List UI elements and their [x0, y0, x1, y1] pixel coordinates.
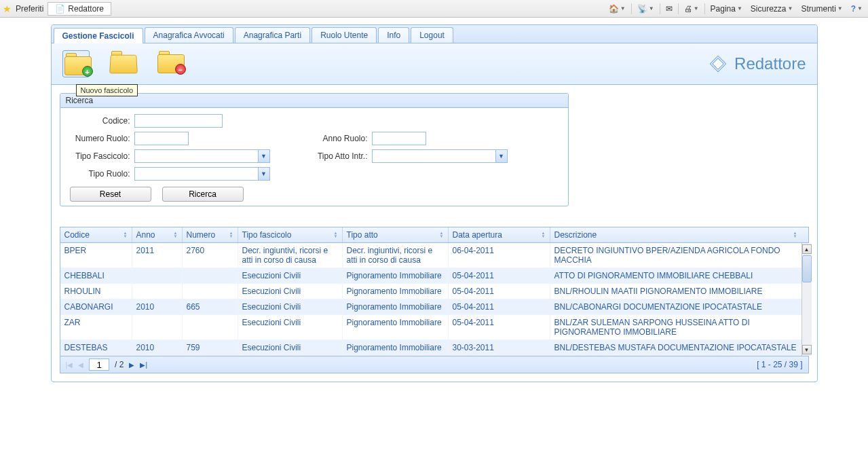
- browser-toolbar: ★ Preferiti 📄 Redattore 🏠▼ 📡▼ ✉ 🖨▼ Pagin…: [0, 0, 868, 18]
- tooltip: Nuovo fascicolo: [76, 84, 138, 96]
- table-cell: Pignoramento Immobiliare: [343, 315, 449, 339]
- table-cell: 665: [183, 299, 238, 314]
- tab-anagrafica-avvocati[interactable]: Anagrafica Avvocati: [145, 27, 233, 43]
- table-cell: Esecuzioni Civili: [238, 284, 343, 299]
- tab-info[interactable]: Info: [378, 27, 409, 43]
- browser-tab[interactable]: 📄 Redattore: [48, 2, 111, 16]
- table-cell: 2010: [132, 299, 183, 314]
- tipo-ruolo-trigger[interactable]: ▼: [258, 167, 270, 181]
- scroll-thumb[interactable]: [802, 255, 812, 282]
- pager-range: [ 1 - 25 / 39 ]: [757, 360, 802, 369]
- table-cell: [183, 315, 238, 339]
- tipo-fascicolo-trigger[interactable]: ▼: [258, 149, 270, 163]
- table-cell: 2011: [132, 243, 183, 268]
- app-logo-icon: [709, 54, 728, 73]
- codice-input[interactable]: [134, 114, 223, 128]
- numero-ruolo-input[interactable]: [134, 132, 189, 145]
- browser-tab-title: Redattore: [68, 4, 104, 14]
- table-row[interactable]: CABONARGI2010665Esecuzioni CiviliPignora…: [60, 299, 801, 315]
- table-cell: Decr. ingiuntivi, ricorsi e atti in cors…: [343, 243, 449, 268]
- tab-gestione-fascicoli[interactable]: Gestione Fascicoli: [54, 28, 143, 43]
- delete-fascicolo-button[interactable]: −: [157, 50, 185, 77]
- grid-pager: |◀ ◀ / 2 ▶ ▶| [ 1 - 25 / 39 ]: [60, 356, 808, 373]
- anno-ruolo-label: Anno Ruolo:: [304, 134, 372, 143]
- pager-page-input[interactable]: [89, 358, 109, 371]
- table-cell: Pignoramento Immobiliare: [343, 340, 449, 355]
- mail-icon[interactable]: ✉: [663, 4, 675, 14]
- col-tipo-fascicolo[interactable]: Tipo fascicolo▲▼: [238, 227, 343, 242]
- favorites-label[interactable]: Preferiti: [16, 4, 43, 14]
- table-cell: BNL/DESTEBAS MUSTAFA DOCUMENTAZIONE IPOC…: [550, 340, 801, 355]
- table-row[interactable]: DESTEBAS2010759Esecuzioni CiviliPignoram…: [60, 340, 801, 356]
- table-cell: [132, 284, 183, 299]
- tab-ruolo-utente[interactable]: Ruolo Utente: [312, 27, 377, 43]
- tipo-ruolo-combo[interactable]: [134, 167, 258, 181]
- home-icon[interactable]: 🏠▼: [606, 4, 628, 14]
- pager-prev[interactable]: ◀: [78, 361, 83, 369]
- table-cell: [132, 268, 183, 283]
- new-fascicolo-button[interactable]: +: [62, 50, 90, 77]
- table-cell: Esecuzioni Civili: [238, 268, 343, 283]
- col-data-apertura[interactable]: Data apertura▲▼: [449, 227, 550, 242]
- tab-anagrafica-parti[interactable]: Anagrafica Parti: [235, 27, 310, 43]
- open-fascicolo-button[interactable]: [110, 50, 137, 77]
- pager-first[interactable]: |◀: [66, 361, 73, 369]
- anno-ruolo-input[interactable]: [372, 132, 426, 145]
- rss-icon[interactable]: 📡▼: [635, 4, 657, 14]
- search-panel: Ricerca Codice: Numero Ruolo: Anno Ruolo…: [60, 93, 569, 206]
- table-cell: 30-03-2011: [449, 340, 550, 355]
- table-cell: Esecuzioni Civili: [238, 299, 343, 314]
- table-cell: 05-04-2011: [449, 284, 550, 299]
- table-cell: Decr. ingiuntivi, ricorsi e atti in cors…: [238, 243, 343, 268]
- tab-logout[interactable]: Logout: [411, 27, 453, 43]
- app-title-text: Redattore: [734, 54, 806, 73]
- scroll-up-button[interactable]: ▲: [802, 244, 812, 254]
- ricerca-button[interactable]: Ricerca: [162, 187, 244, 202]
- print-icon[interactable]: 🖨▼: [681, 4, 702, 14]
- table-cell: BNL/ZAR SULEMAN SARPONG HUSSEINA ATTO DI…: [550, 315, 801, 339]
- codice-label: Codice:: [67, 116, 134, 126]
- tipo-atto-trigger[interactable]: ▼: [495, 149, 508, 163]
- table-cell: 05-04-2011: [449, 299, 550, 314]
- table-cell: CABONARGI: [60, 299, 132, 314]
- table-cell: [183, 268, 238, 283]
- pager-last[interactable]: ▶|: [140, 361, 147, 369]
- pager-next[interactable]: ▶: [129, 361, 134, 369]
- table-cell: Pignoramento Immobiliare: [343, 299, 449, 314]
- table-cell: ATTO DI PIGNORAMENTO IMMOBILIARE CHEBBAL…: [550, 268, 801, 283]
- col-codice[interactable]: Codice▲▼: [60, 227, 132, 242]
- minus-badge-icon: −: [175, 64, 186, 75]
- table-cell: 05-04-2011: [449, 268, 550, 283]
- table-cell: 759: [183, 340, 238, 355]
- pager-total: / 2: [115, 360, 124, 369]
- table-cell: CHEBBALI: [60, 268, 132, 283]
- table-cell: BPER: [60, 243, 132, 268]
- menu-strumenti[interactable]: Strumenti▼: [798, 4, 845, 14]
- menu-sicurezza[interactable]: Sicurezza▼: [748, 4, 796, 14]
- table-cell: BNL/RHOULIN MAATII PIGNORAMENTO IMMOBILI…: [550, 284, 801, 299]
- tipo-ruolo-label: Tipo Ruolo:: [67, 169, 134, 179]
- col-numero[interactable]: Numero▲▼: [183, 227, 238, 242]
- table-cell: [132, 315, 183, 339]
- help-icon[interactable]: ?▼: [848, 4, 865, 14]
- favorites-star-icon: ★: [3, 3, 12, 14]
- table-cell: 2010: [132, 340, 183, 355]
- table-cell: 2760: [183, 243, 238, 268]
- table-row[interactable]: RHOULINEsecuzioni CiviliPignoramento Imm…: [60, 284, 801, 299]
- scroll-down-button[interactable]: ▼: [802, 345, 812, 354]
- doc-icon: 📄: [55, 4, 65, 14]
- col-anno[interactable]: Anno▲▼: [132, 227, 183, 242]
- tipo-fascicolo-combo[interactable]: [134, 149, 258, 163]
- table-row[interactable]: ZAREsecuzioni CiviliPignoramento Immobil…: [60, 315, 801, 340]
- table-cell: 05-04-2011: [449, 315, 550, 339]
- table-row[interactable]: BPER20112760Decr. ingiuntivi, ricorsi e …: [60, 243, 801, 268]
- menu-pagina[interactable]: Pagina▼: [708, 4, 745, 14]
- col-descrizione[interactable]: Descrizione▲▼: [550, 227, 801, 242]
- reset-button[interactable]: Reset: [70, 187, 151, 202]
- table-cell: Pignoramento Immobiliare: [343, 284, 449, 299]
- col-tipo-atto[interactable]: Tipo atto▲▼: [343, 227, 449, 242]
- table-row[interactable]: CHEBBALIEsecuzioni CiviliPignoramento Im…: [60, 268, 801, 284]
- grid-scrollbar[interactable]: ▲ ▼: [801, 243, 812, 356]
- tipo-fascicolo-label: Tipo Fascicolo:: [67, 151, 134, 161]
- tipo-atto-combo[interactable]: [372, 149, 495, 163]
